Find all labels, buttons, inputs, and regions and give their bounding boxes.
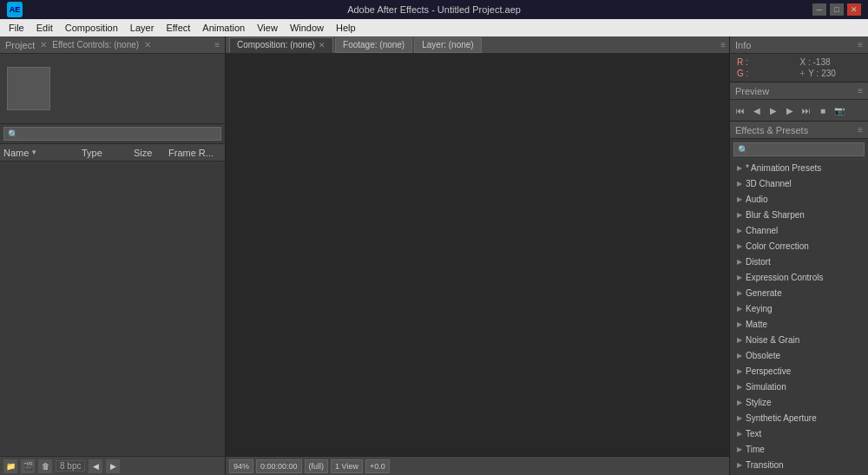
info-content: R : X : -138 G : + Y : 230 xyxy=(730,54,868,82)
effects-search-input[interactable] xyxy=(733,142,865,156)
zoom-button[interactable]: 94% xyxy=(229,459,253,473)
effect-arrow-icon: ▶ xyxy=(737,320,742,328)
comp-tab-close-icon[interactable]: ✕ xyxy=(319,41,326,49)
effect-item[interactable]: ▶Noise & Grain xyxy=(730,332,868,347)
preview-stop-button[interactable]: ■ xyxy=(816,104,830,116)
menu-view[interactable]: View xyxy=(252,21,283,35)
effect-item[interactable]: ▶Generate xyxy=(730,285,868,300)
effect-item-label: Transition xyxy=(746,460,784,470)
tab-composition[interactable]: Composition: (none) ✕ xyxy=(229,37,333,53)
preview-last-button[interactable]: ⏭ xyxy=(799,104,813,116)
effect-item-label: Distort xyxy=(746,257,771,267)
effects-panel-title: Effects & Presets xyxy=(735,125,808,135)
project-close-icon[interactable]: ✕ xyxy=(40,40,47,49)
info-panel-menu-icon[interactable]: ≡ xyxy=(858,40,863,49)
effect-item[interactable]: ▶Audio xyxy=(730,191,868,207)
bpc-label[interactable]: 8 bpc xyxy=(56,460,85,472)
menu-edit[interactable]: Edit xyxy=(31,21,58,35)
trash-icon[interactable]: 🗑 xyxy=(38,459,52,473)
preview-play-button[interactable]: ▶ xyxy=(766,104,780,116)
effect-item-label: Noise & Grain xyxy=(746,335,799,345)
effect-item[interactable]: ▶Matte xyxy=(730,316,868,332)
menu-composition[interactable]: Composition xyxy=(60,21,123,35)
resolution-button[interactable]: (full) xyxy=(305,459,329,473)
menu-file[interactable]: File xyxy=(3,21,30,35)
effect-item[interactable]: ▶Stylize xyxy=(730,394,868,410)
effect-item[interactable]: ▶* Animation Presets xyxy=(730,160,868,175)
effects-panel-header: Effects & Presets ≡ xyxy=(730,122,868,139)
preview-first-button[interactable]: ⏮ xyxy=(733,104,747,116)
main-layout: Project ✕ Effect Controls: (none) ✕ ≡ Na… xyxy=(0,36,868,475)
effect-item-label: Synthetic Aperture xyxy=(746,413,817,423)
plus-button[interactable]: +0.0 xyxy=(365,459,390,473)
effect-item[interactable]: ▶Color Correction xyxy=(730,238,868,254)
effect-arrow-icon: ▶ xyxy=(737,258,742,266)
effect-item[interactable]: ▶Blur & Sharpen xyxy=(730,207,868,222)
effect-arrow-icon: ▶ xyxy=(737,274,742,281)
preview-next-button[interactable]: ▶ xyxy=(783,104,797,116)
close-button[interactable]: ✕ xyxy=(847,3,861,16)
effect-item-label: Stylize xyxy=(746,398,771,407)
effects-search-bar xyxy=(730,139,868,160)
effect-item[interactable]: ▶Distort xyxy=(730,254,868,269)
project-panel-menu-icon[interactable]: ≡ xyxy=(214,40,220,49)
minimize-button[interactable]: ─ xyxy=(812,3,826,16)
tab-layer[interactable]: Layer: (none) xyxy=(414,37,481,53)
sort-arrow-icon: ▼ xyxy=(30,148,37,156)
preview-camera-button[interactable]: 📷 xyxy=(832,104,846,116)
new-composition-icon[interactable]: 🎬 xyxy=(21,459,35,473)
right-nav-icon[interactable]: ▶ xyxy=(106,459,120,473)
effect-item-label: Generate xyxy=(746,288,782,298)
time-display[interactable]: 0:00:00:00 xyxy=(256,459,302,473)
effect-item[interactable]: ▶Simulation xyxy=(730,379,868,394)
project-panel-title: Project xyxy=(5,40,35,50)
project-search-input[interactable] xyxy=(3,127,221,141)
menu-layer[interactable]: Layer xyxy=(125,21,160,35)
tab-footage[interactable]: Footage: (none) xyxy=(335,37,412,53)
effect-item[interactable]: ▶Keying xyxy=(730,300,868,316)
effect-controls-close-icon[interactable]: ✕ xyxy=(144,40,151,49)
menu-window[interactable]: Window xyxy=(285,21,329,35)
preview-controls: ⏮ ◀ ▶ ▶ ⏭ ■ 📷 xyxy=(730,100,868,121)
app-icon: AE xyxy=(7,2,23,17)
effect-item[interactable]: ▶Perspective xyxy=(730,363,868,379)
preview-panel-title: Preview xyxy=(735,86,769,96)
menu-animation[interactable]: Animation xyxy=(197,21,250,35)
left-nav-icon[interactable]: ◀ xyxy=(89,459,102,473)
project-search-bar xyxy=(0,123,225,144)
info-panel-header: Info ≡ xyxy=(730,36,868,54)
effect-arrow-icon: ▶ xyxy=(737,445,742,453)
effect-item-label: Text xyxy=(746,429,761,439)
effect-item[interactable]: ▶3D Channel xyxy=(730,175,868,191)
info-panel: Info ≡ R : X : -138 G : + Y : 230 xyxy=(730,36,868,82)
preview-prev-button[interactable]: ◀ xyxy=(750,104,764,116)
col-size-header: Size xyxy=(134,148,168,158)
effect-item[interactable]: ▶Expression Controls xyxy=(730,269,868,285)
effect-item[interactable]: ▶Channel xyxy=(730,222,868,238)
effect-item[interactable]: ▶Transition xyxy=(730,457,868,472)
effect-item[interactable]: ▶Synthetic Aperture xyxy=(730,410,868,426)
restore-button[interactable]: □ xyxy=(830,3,844,16)
menu-effect[interactable]: Effect xyxy=(161,21,195,35)
center-panel: Composition: (none) ✕ Footage: (none) La… xyxy=(226,36,729,475)
effect-item[interactable]: ▶Text xyxy=(730,426,868,441)
effect-arrow-icon: ▶ xyxy=(737,242,742,250)
title-bar: AE Adobe After Effects - Untitled Projec… xyxy=(0,0,868,19)
menu-help[interactable]: Help xyxy=(331,21,361,35)
effect-item[interactable]: ▶Obsolete xyxy=(730,347,868,363)
effect-arrow-icon: ▶ xyxy=(737,383,742,391)
preview-panel-menu-icon[interactable]: ≡ xyxy=(858,86,863,96)
effect-arrow-icon: ▶ xyxy=(737,195,742,203)
effect-item[interactable]: ▶Time xyxy=(730,441,868,457)
effect-arrow-icon: ▶ xyxy=(737,367,742,375)
effects-panel: Effects & Presets ≡ ▶* Animation Presets… xyxy=(730,122,868,475)
info-x-row: X : -138 xyxy=(800,57,862,67)
project-content xyxy=(0,162,225,456)
new-folder-icon[interactable]: 📁 xyxy=(3,459,17,473)
effects-panel-menu-icon[interactable]: ≡ xyxy=(858,125,863,135)
thumbnail-preview xyxy=(7,67,50,110)
comp-panel-menu-icon[interactable]: ≡ xyxy=(720,40,726,49)
project-table-header: Name ▼ Type Size Frame R... xyxy=(0,144,225,162)
preview-panel: Preview ≡ ⏮ ◀ ▶ ▶ ⏭ ■ 📷 xyxy=(730,82,868,122)
views-button[interactable]: 1 View xyxy=(331,459,363,473)
